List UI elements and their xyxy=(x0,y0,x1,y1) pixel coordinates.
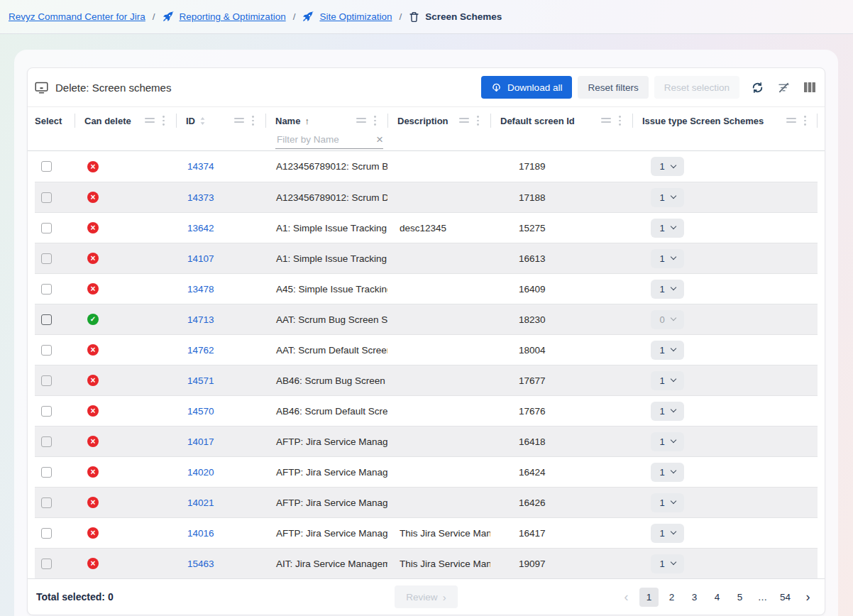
page-title: Delete: Screen schemes xyxy=(55,82,171,94)
name-filter-input[interactable] xyxy=(275,133,359,145)
chevron-down-icon xyxy=(670,437,676,443)
row-description: This Jira Service Manageme xyxy=(400,528,490,539)
column-header-select: Select xyxy=(35,107,75,150)
row-id-link[interactable]: 15463 xyxy=(187,559,214,569)
row-id-link[interactable]: 14374 xyxy=(187,161,214,172)
breadcrumb-link-site-optimization[interactable]: Site Optimization xyxy=(319,11,392,22)
clear-filter-icon[interactable]: × xyxy=(376,133,383,145)
breadcrumb-link-reporting[interactable]: Reporting & Optimization xyxy=(180,11,286,22)
toolbar: Download all Reset filters Reset selecti… xyxy=(481,76,818,99)
row-checkbox[interactable] xyxy=(41,528,52,539)
chevron-down-icon xyxy=(670,193,676,199)
drag-handle-icon[interactable] xyxy=(356,118,366,123)
row-checkbox[interactable] xyxy=(41,436,52,447)
pagination-page[interactable]: 1 xyxy=(639,588,659,607)
row-id-link[interactable]: 14713 xyxy=(187,314,214,325)
can-delete-icon: × xyxy=(87,466,99,478)
column-menu-icon[interactable] xyxy=(804,116,806,125)
chevron-down-icon xyxy=(670,529,676,534)
issue-type-schemes-dropdown[interactable]: 1 xyxy=(651,554,684,573)
pagination-page[interactable]: 5 xyxy=(730,588,749,607)
breadcrumb-current: Screen Schemes xyxy=(425,11,502,22)
issue-type-schemes-dropdown[interactable]: 1 xyxy=(651,249,684,268)
pagination-page[interactable]: 2 xyxy=(662,588,681,607)
reset-selection-button[interactable]: Reset selection xyxy=(654,76,739,99)
row-id-link[interactable]: 14570 xyxy=(187,406,214,417)
refresh-icon[interactable] xyxy=(749,79,766,96)
table-row: × 14016 AFTP: Jira Service Manage This J… xyxy=(35,517,818,548)
issue-type-schemes-dropdown[interactable]: 1 xyxy=(651,219,684,238)
breadcrumb-link-app[interactable]: Revyz Command Center for Jira xyxy=(9,11,145,22)
chevron-down-icon xyxy=(670,315,676,321)
issue-type-schemes-dropdown[interactable]: 1 xyxy=(651,402,684,421)
column-header-default-screen-id: Default screen Id xyxy=(490,107,632,150)
row-checkbox[interactable] xyxy=(41,559,52,569)
row-checkbox[interactable] xyxy=(41,314,52,325)
row-checkbox[interactable] xyxy=(41,192,52,203)
row-name: AFTP: Jira Service Manage xyxy=(276,528,387,539)
row-name: A45: Simple Issue Tracking xyxy=(276,284,387,295)
row-checkbox[interactable] xyxy=(41,497,52,508)
row-default-screen-id: 19097 xyxy=(519,559,546,569)
pagination-page[interactable]: 4 xyxy=(708,588,727,607)
drag-handle-icon[interactable] xyxy=(234,118,244,123)
row-checkbox[interactable] xyxy=(41,253,52,264)
issue-type-schemes-dropdown[interactable]: 1 xyxy=(651,280,684,299)
row-id-link[interactable]: 14021 xyxy=(187,497,214,508)
drag-handle-icon[interactable] xyxy=(786,118,796,123)
issue-type-schemes-dropdown[interactable]: 1 xyxy=(651,524,684,543)
row-checkbox[interactable] xyxy=(41,161,52,172)
issue-type-schemes-dropdown[interactable]: 1 xyxy=(651,493,684,512)
pagination-page[interactable]: 54 xyxy=(776,588,795,607)
column-menu-icon[interactable] xyxy=(477,116,479,125)
sort-asc-icon[interactable]: ↑ xyxy=(304,116,309,126)
pagination-prev[interactable]: ‹ xyxy=(617,588,636,607)
pagination-next[interactable]: › xyxy=(798,588,818,607)
pagination-page[interactable]: 3 xyxy=(685,588,704,607)
columns-icon[interactable] xyxy=(802,80,818,94)
row-checkbox[interactable] xyxy=(41,223,52,233)
row-checkbox[interactable] xyxy=(41,467,52,478)
issue-type-schemes-dropdown[interactable]: 1 xyxy=(651,157,684,176)
issue-type-schemes-dropdown[interactable]: 1 xyxy=(651,463,684,482)
issue-type-schemes-dropdown[interactable]: 1 xyxy=(651,341,684,360)
row-id-link[interactable]: 14373 xyxy=(187,192,214,203)
issue-type-schemes-dropdown[interactable]: 1 xyxy=(651,188,684,207)
download-all-button[interactable]: Download all xyxy=(481,76,572,99)
can-delete-icon: × xyxy=(87,497,99,508)
row-id-link[interactable]: 14016 xyxy=(187,528,214,539)
column-menu-icon[interactable] xyxy=(163,116,165,125)
issue-type-schemes-dropdown[interactable]: 1 xyxy=(651,432,684,451)
can-delete-icon: × xyxy=(87,344,99,356)
row-id-link[interactable]: 14017 xyxy=(187,436,214,447)
issue-type-schemes-dropdown[interactable]: 0 xyxy=(651,310,684,329)
can-delete-icon: × xyxy=(87,161,99,172)
drag-handle-icon[interactable] xyxy=(145,118,155,123)
row-id-link[interactable]: 14107 xyxy=(187,253,214,264)
review-button[interactable]: Review › xyxy=(395,585,457,608)
drag-handle-icon[interactable] xyxy=(601,118,611,123)
column-menu-icon[interactable] xyxy=(252,116,254,125)
row-checkbox[interactable] xyxy=(41,406,52,417)
row-id-link[interactable]: 14571 xyxy=(187,375,214,386)
row-id-link[interactable]: 13642 xyxy=(187,223,214,233)
issue-type-schemes-dropdown[interactable]: 1 xyxy=(651,371,684,390)
breadcrumb: Revyz Command Center for Jira / Reportin… xyxy=(0,0,853,34)
row-checkbox[interactable] xyxy=(41,375,52,386)
sort-updown-icon[interactable] xyxy=(199,116,206,126)
drag-handle-icon[interactable] xyxy=(459,118,469,123)
table-row: × 13642 A1: Simple Issue Tracking desc12… xyxy=(35,212,818,243)
filter-off-icon[interactable] xyxy=(776,79,792,96)
row-checkbox[interactable] xyxy=(41,284,52,295)
chevron-right-icon: › xyxy=(443,591,446,603)
row-name: A123456789012: Scrum De xyxy=(276,192,387,203)
row-id-link[interactable]: 14762 xyxy=(187,345,214,356)
reset-filters-button[interactable]: Reset filters xyxy=(578,76,648,99)
row-id-link[interactable]: 13478 xyxy=(187,284,214,295)
row-id-link[interactable]: 14020 xyxy=(187,467,214,478)
rocket-icon xyxy=(302,11,314,23)
row-checkbox[interactable] xyxy=(41,345,52,356)
column-menu-icon[interactable] xyxy=(374,116,376,125)
table-row: × 15463 AIT: Jira Service Managem This J… xyxy=(35,548,818,578)
column-menu-icon[interactable] xyxy=(619,116,621,125)
